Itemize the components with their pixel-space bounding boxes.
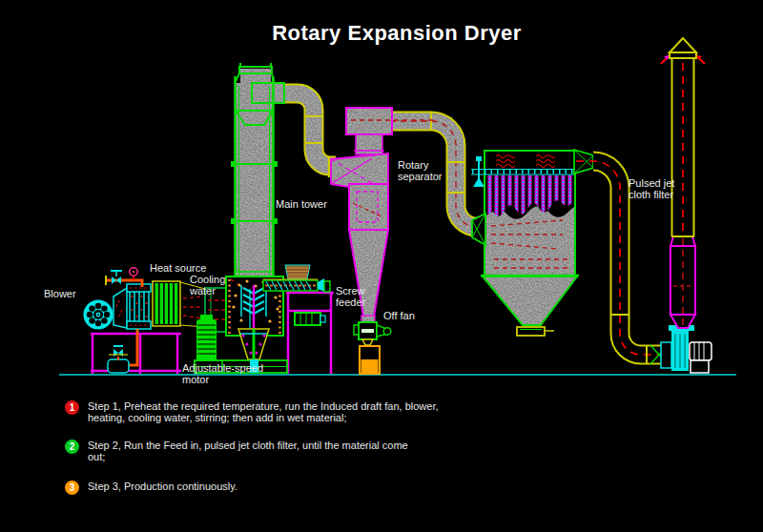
- plate-heat-exchanger: [127, 284, 151, 329]
- step-3-text: Step 3, Production continuously.: [88, 481, 498, 492]
- label-rotary-separator: Rotary separator: [398, 160, 442, 182]
- label-adjustable-speed-motor: Adjustable-speed motor: [182, 363, 263, 385]
- bag-filter: [471, 150, 593, 336]
- label-pulsed-jet-cloth-filter: Pulsed jet cloth filter: [629, 178, 674, 200]
- chimney: [661, 38, 705, 236]
- label-blower: Blower: [44, 289, 76, 300]
- stack-expansion: [670, 236, 695, 328]
- label-off-fan: Off fan: [383, 311, 415, 322]
- label-heat-source: Heat source: [150, 263, 206, 275]
- step-2: 2 Step 2, Run the Feed in, pulsed jet cl…: [65, 440, 498, 462]
- collection-bin: [360, 346, 380, 374]
- label-main-tower: Main tower: [276, 199, 327, 211]
- step-2-text: Step 2, Run the Feed in, pulsed jet clot…: [88, 440, 498, 462]
- label-cooling-water: Cooling water: [190, 275, 225, 297]
- pipe-tower-to-separator: [281, 93, 336, 177]
- step-2-marker: 2: [65, 440, 79, 454]
- step-1-text: Step 1, Preheat the required temperature…: [88, 400, 498, 423]
- label-screw-feeder: Screw feeder: [336, 286, 365, 308]
- off-fan: [354, 322, 391, 345]
- step-3: 3 Step 3, Production continuously.: [65, 481, 498, 495]
- main-tower: [231, 63, 284, 278]
- step-3-marker: 3: [65, 481, 79, 495]
- adjustable-speed-motor: [196, 315, 217, 361]
- induced-draft-fan: [661, 325, 711, 373]
- step-1: 1 Step 1, Preheat the required temperatu…: [65, 400, 498, 423]
- blower: [84, 288, 128, 330]
- rotary-expansion-dryer-screenshot: Rotary Expansion Dryer: [0, 0, 763, 532]
- step-1-marker: 1: [65, 400, 79, 415]
